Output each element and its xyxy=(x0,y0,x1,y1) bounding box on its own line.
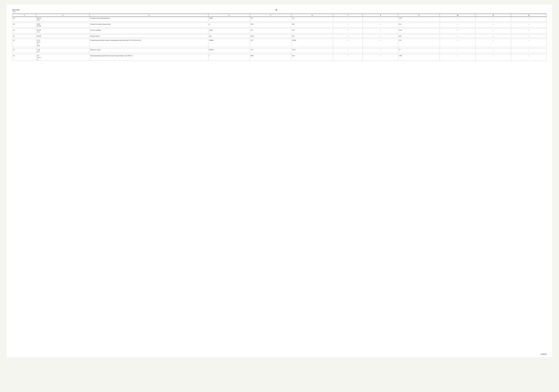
row-col12: — xyxy=(511,17,547,21)
row-description: Погрузка растительного грунта экскаватор… xyxy=(90,39,208,47)
row-description: Транспортировка растительного грунта на … xyxy=(90,54,208,61)
row-col10: — xyxy=(440,48,475,53)
row-col8: — xyxy=(363,39,398,47)
row-col8: — xyxy=(363,54,398,61)
row-description: Посадка газона обыкновенного xyxy=(90,17,208,21)
row-id: 28 xyxy=(12,17,36,21)
row-col9: 519 xyxy=(398,39,440,47)
col-header-2: 2 xyxy=(36,14,90,17)
row-col7: — xyxy=(333,23,363,27)
doc-subtitle: Ак.П xyxy=(12,11,19,13)
row-col9: 1179 xyxy=(398,17,440,21)
col-header-12: 12 xyxy=(511,14,547,17)
row-id: 31 xyxy=(12,35,36,37)
table-row: 2848-214 18-6Посадка газона обыкновенног… xyxy=(12,17,547,21)
row-col7: — xyxy=(333,48,363,53)
row-unit: 100м2 xyxy=(208,17,250,21)
row-unit: 100м2 xyxy=(208,29,250,33)
row-unit: 1м3 xyxy=(208,35,250,37)
table-row: 34сб.I т.2 п.I. т.IТранспортировка расти… xyxy=(12,54,547,61)
row-col6: 5,85 xyxy=(291,23,333,27)
table-row: 32I-174 62-13 т.2 п.I.IIПогрузка растите… xyxy=(12,39,547,47)
row-col9: 37 xyxy=(398,48,440,53)
row-unit: т xyxy=(208,54,250,61)
row-col5: 78,1 xyxy=(250,17,291,21)
row-col10: — xyxy=(440,17,475,21)
row-col11: — xyxy=(475,54,511,61)
row-code: I-174 62-13 т.2 п.I.II xyxy=(36,39,90,47)
row-col7: — xyxy=(333,29,363,33)
row-col10: — xyxy=(440,39,475,47)
row-col5: 781,0 xyxy=(250,35,291,37)
row-id: 33 xyxy=(12,48,36,53)
row-id: 29 xyxy=(12,23,36,27)
row-col7: — xyxy=(333,17,363,21)
row-col9: 1409 xyxy=(398,54,440,61)
row-col11: — xyxy=(475,23,511,27)
main-table: 1 2 3 4 5 6 7 8 9 10 11 12 2848-214 18-6… xyxy=(12,14,547,61)
row-col12: — xyxy=(511,29,547,33)
row-code: I-194 25-I xyxy=(36,48,90,53)
row-col11: — xyxy=(475,17,511,21)
row-description: Уход за газонами xyxy=(90,29,208,33)
row-description: Полив газонов xyxy=(90,35,208,37)
row-col6: 149,66 xyxy=(291,39,333,47)
col-header-10: 10 xyxy=(440,14,475,17)
row-col5: 3,47 xyxy=(250,48,291,53)
page: 290-I-43.85 Ак.П - 16 - 1 2 3 4 5 6 7 8 … xyxy=(7,4,552,357)
row-col11: — xyxy=(475,29,511,33)
spacer-row xyxy=(12,37,547,39)
row-code: 48-249 xyxy=(36,35,90,37)
spacer-row xyxy=(12,33,547,35)
col-header-5: 5 xyxy=(250,14,291,17)
row-col12: — xyxy=(511,39,547,47)
page-label: - 16 - xyxy=(275,9,278,11)
row-col6: 15,1 xyxy=(291,17,333,21)
row-col11: — xyxy=(475,35,511,37)
row-col11: — xyxy=(475,48,511,53)
table-row: 3148-249Полив газонов1м3781,00,37——289——… xyxy=(12,35,547,37)
row-col12: — xyxy=(511,54,547,61)
row-code: 48-232 27-3 xyxy=(36,29,90,33)
col-header-4: 4 xyxy=(208,14,250,17)
row-col5: 78,1 xyxy=(250,29,291,33)
doc-number: 290-I-43.85 xyxy=(12,9,19,11)
row-col7: — xyxy=(333,54,363,61)
row-col5: 3,47 xyxy=(250,39,291,47)
header: 290-I-43.85 Ак.П - 16 - xyxy=(12,9,547,13)
row-col12: — xyxy=(511,35,547,37)
row-col6: 34,9 xyxy=(291,29,333,33)
row-col11: — xyxy=(475,39,511,47)
spacer-row xyxy=(12,47,547,48)
row-col10: — xyxy=(440,29,475,33)
row-id: 34 xyxy=(12,54,36,61)
row-id: 30 xyxy=(12,29,36,33)
row-col6: 10,70 xyxy=(291,48,333,53)
spacer-row xyxy=(12,21,547,23)
col-header-11: 11 xyxy=(475,14,511,17)
row-col5: 156,2 xyxy=(250,23,291,27)
table-row: 29МГИ ц4-255Стоимость семян газонных тра… xyxy=(12,23,547,27)
row-unit: 1000м3 xyxy=(208,48,250,53)
row-col5: 4858 xyxy=(250,54,291,61)
row-col6: 0,29 xyxy=(291,54,333,61)
row-col12: — xyxy=(511,48,547,53)
col-header-1: 1 xyxy=(12,14,36,17)
spacer-row xyxy=(12,53,547,54)
row-col9: 2726 xyxy=(398,29,440,33)
col-header-7: 7 xyxy=(333,14,363,17)
row-col10: — xyxy=(440,23,475,27)
table-row: 3048-232 27-3Уход за газонами100м278,134… xyxy=(12,29,547,33)
row-unit: 1000м3 xyxy=(208,39,250,47)
row-col6: 0,37 xyxy=(291,35,333,37)
row-col8: — xyxy=(363,17,398,21)
col-header-8: 8 xyxy=(363,14,398,17)
row-col9: 289 xyxy=(398,35,440,37)
row-col10: — xyxy=(440,35,475,37)
row-col9: 914 xyxy=(398,23,440,27)
row-col12: — xyxy=(511,23,547,27)
row-code: сб.I т.2 п.I. т.I xyxy=(36,54,90,61)
footer-doc-ref: 20 262-02 xyxy=(541,353,547,355)
column-header-row: 1 2 3 4 5 6 7 8 9 10 11 12 xyxy=(12,14,547,17)
row-col8: — xyxy=(363,48,398,53)
